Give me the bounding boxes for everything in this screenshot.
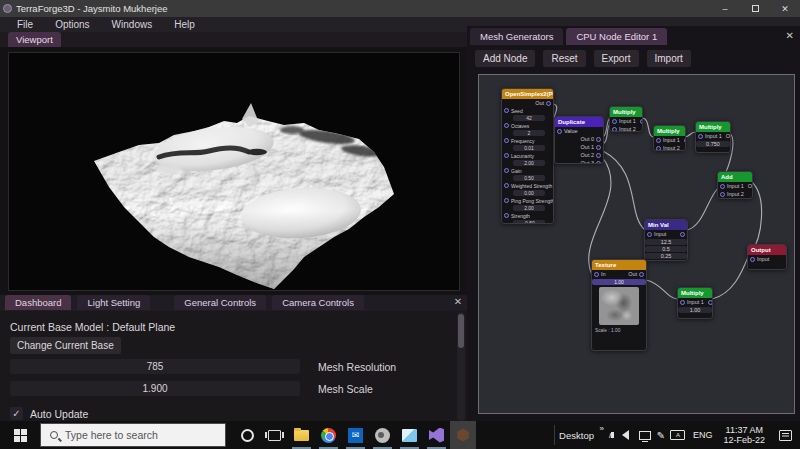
language-indicator[interactable]: ENG — [688, 430, 718, 440]
node-editor-close-icon[interactable]: ✕ — [786, 30, 794, 41]
output-pin[interactable] — [708, 300, 713, 305]
scrollbar-thumb[interactable] — [458, 314, 464, 348]
auto-update-checkbox[interactable]: ✓ — [10, 407, 23, 420]
multiply-value[interactable]: 1.00 — [678, 307, 712, 313]
menu-windows[interactable]: Windows — [103, 18, 162, 31]
viewport-3d-canvas[interactable] — [8, 52, 460, 291]
node-multiply-3[interactable]: Multiply Input 1Out 0.750 — [695, 121, 731, 153]
pen-settings-button[interactable]: ✎ — [654, 430, 668, 441]
title-bar[interactable]: TerraForge3D - Jaysmito Mukherjee – ✕ — [0, 0, 800, 17]
input-pin[interactable] — [504, 153, 509, 158]
param-value[interactable]: 2 — [513, 130, 545, 136]
multiply-value[interactable]: 0.750 — [696, 141, 730, 147]
node-output-header[interactable]: Output — [748, 245, 786, 255]
mesh-scale-input[interactable]: 1.900 — [10, 381, 300, 396]
cortana-button[interactable] — [234, 421, 261, 449]
node-multiply-2[interactable]: Multiply Input 1 Input 2 — [653, 125, 686, 151]
chrome-button[interactable] — [315, 421, 342, 449]
param-value[interactable]: 2.00 — [513, 160, 545, 166]
menu-help[interactable]: Help — [165, 18, 204, 31]
menu-file[interactable]: File — [8, 18, 42, 31]
visual-studio-button[interactable] — [423, 421, 450, 449]
input-pin[interactable] — [557, 129, 562, 134]
output-pin[interactable] — [596, 161, 601, 165]
node-output[interactable]: Output Input — [747, 244, 787, 270]
input-pin[interactable] — [750, 257, 755, 262]
node-texture[interactable]: Texture InOut 1.00 Scale : 1.00 — [591, 259, 647, 351]
node-noise[interactable]: OpenSimplex2(Perlin) Out Seed 42 Octaves… — [501, 88, 554, 224]
paint3d-button[interactable] — [396, 421, 423, 449]
param-value[interactable]: 0.00 — [513, 190, 545, 196]
overflow-chevron-icon[interactable]: » — [600, 424, 604, 433]
action-center-icon[interactable] — [779, 430, 792, 441]
node-noise-header[interactable]: OpenSimplex2(Perlin) — [502, 89, 553, 99]
input-pin[interactable] — [504, 183, 509, 188]
clock[interactable]: 11:37 AM 12-Feb-22 — [717, 425, 771, 445]
node-multiply-header[interactable]: Multiply — [678, 288, 712, 298]
param-value[interactable]: 2.00 — [513, 205, 545, 211]
node-duplicate-header[interactable]: Duplicate — [555, 117, 603, 127]
maximize-button[interactable] — [740, 0, 770, 17]
tab-camera-controls[interactable]: Camera Controls — [272, 295, 364, 310]
output-pin[interactable] — [546, 101, 551, 106]
input-pin[interactable] — [698, 134, 703, 139]
input-pin[interactable] — [504, 168, 509, 173]
texture-preview-image[interactable] — [599, 287, 639, 325]
dashboard-scrollbar[interactable] — [457, 312, 465, 421]
node-texture-header[interactable]: Texture — [592, 260, 646, 270]
param-value[interactable]: 0.50 — [513, 175, 545, 181]
tab-dashboard[interactable]: Dashboard — [5, 295, 71, 310]
mail-button[interactable]: ✉ — [342, 421, 369, 449]
file-explorer-button[interactable] — [288, 421, 315, 449]
steam-button[interactable] — [369, 421, 396, 449]
output-pin[interactable] — [596, 145, 601, 150]
import-button[interactable]: Import — [647, 50, 691, 67]
param-value[interactable]: -0.50 — [513, 220, 545, 224]
node-add-header[interactable]: Add — [718, 172, 752, 182]
tab-viewport[interactable]: Viewport — [8, 32, 61, 47]
menu-options[interactable]: Options — [46, 18, 98, 31]
output-pin[interactable] — [684, 138, 686, 143]
output-pin[interactable] — [680, 232, 685, 237]
desktop-toolbar-label[interactable]: Desktop» — [559, 430, 604, 441]
input-pin[interactable] — [504, 138, 509, 143]
minimize-button[interactable]: – — [710, 0, 740, 17]
output-pin[interactable] — [640, 119, 643, 124]
output-pin[interactable] — [596, 137, 601, 142]
change-current-base-button[interactable]: Change Current Base — [10, 337, 121, 354]
tab-mesh-generators[interactable]: Mesh Generators — [470, 28, 563, 45]
node-add[interactable]: Add Input 1Out Input 2 — [717, 171, 753, 199]
texture-value[interactable]: 1.00 — [592, 279, 646, 285]
input-pin[interactable] — [680, 300, 685, 305]
node-multiply-header[interactable]: Multiply — [654, 126, 685, 136]
export-button[interactable]: Export — [594, 50, 639, 67]
input-pin[interactable] — [504, 123, 509, 128]
input-pin[interactable] — [647, 232, 652, 237]
volume-button[interactable] — [618, 421, 636, 449]
task-view-button[interactable] — [261, 421, 288, 449]
output-pin[interactable] — [596, 153, 601, 158]
param-value[interactable]: 42 — [513, 115, 545, 121]
network-button[interactable] — [636, 421, 654, 449]
output-pin[interactable] — [639, 272, 644, 277]
add-node-button[interactable]: Add Node — [475, 50, 535, 67]
node-min-val[interactable]: Min Val Input 12.5 0.5 0.25 — [644, 219, 688, 261]
node-duplicate[interactable]: Duplicate Value Out 0 Out 1 Out 2 Out 3 — [554, 116, 604, 164]
input-pin[interactable] — [612, 127, 617, 132]
input-pin[interactable] — [594, 272, 599, 277]
min-val-value[interactable]: 0.25 — [645, 253, 687, 259]
terraforge3d-taskbar-button[interactable] — [450, 421, 476, 449]
input-pin[interactable] — [612, 119, 617, 124]
dashboard-close-icon[interactable]: ✕ — [451, 296, 465, 307]
input-pin[interactable] — [504, 198, 509, 203]
tab-general-controls[interactable]: General Controls — [174, 295, 266, 310]
input-pin[interactable] — [720, 184, 725, 189]
min-val-value[interactable]: 0.5 — [645, 246, 687, 252]
node-graph-canvas[interactable]: OpenSimplex2(Perlin) Out Seed 42 Octaves… — [478, 74, 795, 414]
node-multiply-header[interactable]: Multiply — [696, 122, 730, 132]
ime-button[interactable]: A — [668, 421, 688, 449]
input-pin[interactable] — [504, 213, 509, 218]
node-multiply-1[interactable]: Multiply Input 1 Input 2 — [609, 106, 643, 132]
reset-button[interactable]: Reset — [543, 50, 585, 67]
input-pin[interactable] — [504, 108, 509, 113]
